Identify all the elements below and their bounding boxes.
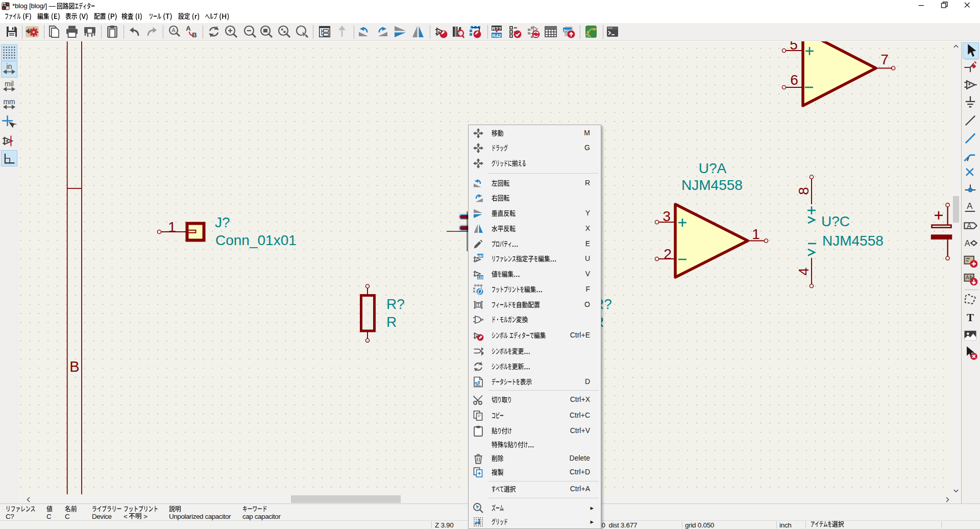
svg-text:U?A: U?A xyxy=(699,160,727,176)
svg-text:R: R xyxy=(386,314,397,330)
svg-text:Conn_01x01: Conn_01x01 xyxy=(215,232,297,248)
svg-text:R42: R42 xyxy=(492,33,501,38)
svg-text:A: A xyxy=(967,222,972,230)
svg-text:U?C: U?C xyxy=(821,213,850,229)
svg-text:1: 1 xyxy=(168,219,176,235)
svg-text:R??: R?? xyxy=(492,26,502,31)
svg-text:A: A xyxy=(186,25,191,32)
svg-text:J?: J? xyxy=(215,214,230,230)
svg-text:B: B xyxy=(69,358,79,375)
svg-text:123: 123 xyxy=(478,276,483,279)
svg-text:A: A xyxy=(966,275,969,280)
svg-text:2: 2 xyxy=(664,246,672,262)
svg-text:R?: R? xyxy=(386,296,405,312)
svg-text:mm: mm xyxy=(3,97,15,105)
svg-text:5: 5 xyxy=(790,41,798,53)
svg-text:in: in xyxy=(7,62,12,70)
svg-text:A: A xyxy=(967,201,973,211)
svg-text:T: T xyxy=(967,311,974,323)
svg-text:3: 3 xyxy=(663,208,671,224)
svg-text:6: 6 xyxy=(790,72,798,88)
svg-text:ABC: ABC xyxy=(477,254,484,258)
svg-text:8: 8 xyxy=(796,187,812,195)
svg-text:NJM4558: NJM4558 xyxy=(822,233,884,249)
svg-text:A: A xyxy=(172,27,176,33)
svg-text:4: 4 xyxy=(796,268,812,276)
svg-text:NJM4558: NJM4558 xyxy=(681,177,743,193)
svg-text:mil: mil xyxy=(5,80,14,88)
svg-text:A: A xyxy=(965,238,970,248)
svg-text:T: T xyxy=(477,302,480,307)
svg-text:1: 1 xyxy=(752,226,760,242)
svg-text:7: 7 xyxy=(880,52,889,67)
